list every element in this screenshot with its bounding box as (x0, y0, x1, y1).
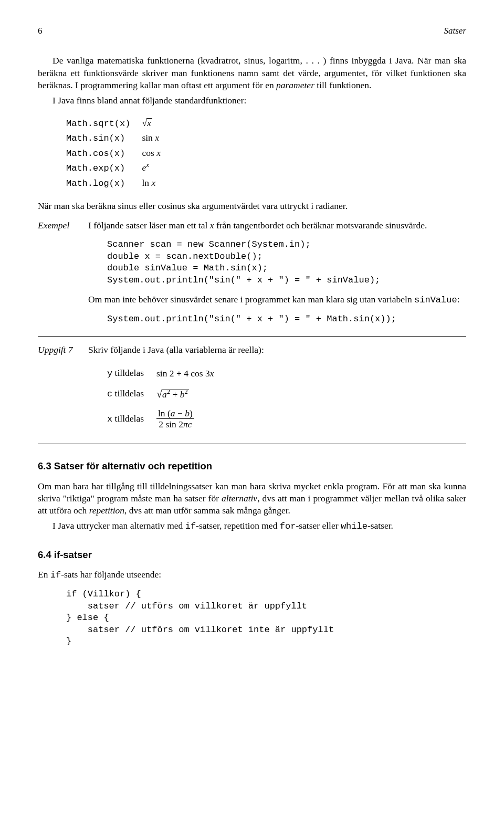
function-table: Math.sqrt(x) √x Math.sin(x) sin x Math.c… (66, 116, 172, 191)
assign-lhs: y tilldelas (107, 363, 156, 383)
func-math: ex (142, 161, 172, 175)
section-heading-6-4: 6.4 if-satser (38, 549, 466, 561)
func-code: Math.log(x) (66, 176, 142, 191)
table-row: Math.cos(x) cos x (66, 146, 172, 161)
uppgift-block: Uppgift 7 Skriv följande i Java (alla va… (38, 344, 466, 356)
uppgift-label: Uppgift 7 (38, 344, 88, 356)
example-desc: I följande satser läser man ett tal x fr… (88, 219, 466, 232)
sec63-p1: Om man bara har tillgång till tilldelnin… (38, 480, 466, 517)
func-code: Math.cos(x) (66, 146, 142, 161)
example-code-2: System.out.println("sin(" + x + ") = " +… (107, 313, 466, 325)
assignment-table: y tilldelas sin 2 + 4 cos 3x c tilldelas… (107, 363, 227, 434)
func-math: ln x (142, 176, 172, 191)
func-code: Math.exp(x) (66, 161, 142, 175)
intro-paragraph-1: De vanliga matematiska funktionerna (kva… (38, 55, 466, 91)
assign-rhs: sin 2 + 4 cos 3x (156, 363, 227, 383)
table-row: c tilldelas √a2 + b2 (107, 383, 227, 405)
table-row: Math.log(x) ln x (66, 176, 172, 191)
func-code: Math.sin(x) (66, 131, 142, 145)
table-row: Math.exp(x) ex (66, 161, 172, 175)
func-math: √x (142, 116, 172, 131)
sec64-p1: En if-sats har följande utseende: (38, 569, 466, 581)
sec63-p2: I Java uttrycker man alternativ med if-s… (38, 520, 466, 532)
example-mid: Om man inte behöver sinusvärdet senare i… (88, 293, 466, 306)
assign-lhs: c tilldelas (107, 383, 156, 405)
divider (38, 444, 466, 444)
section-heading-6-3: 6.3 Satser för alternativ och repetition (38, 460, 466, 472)
table-row: x tilldelas ln (a − b) 2 sin 2πc (107, 405, 227, 434)
func-math: sin x (142, 131, 172, 145)
table-row: Math.sin(x) sin x (66, 131, 172, 145)
divider (38, 336, 466, 337)
example-block: Exempel I följande satser läser man ett … (38, 219, 466, 232)
example-code-1: Scanner scan = new Scanner(System.in); d… (107, 239, 466, 286)
assign-lhs: x tilldelas (107, 405, 156, 434)
assign-rhs: √a2 + b2 (156, 383, 227, 405)
example-label: Exempel (38, 219, 88, 232)
page-header: 6 Satser (38, 25, 466, 37)
assign-rhs: ln (a − b) 2 sin 2πc (156, 405, 227, 434)
func-math: cos x (142, 146, 172, 161)
table-row: Math.sqrt(x) √x (66, 116, 172, 131)
func-code: Math.sqrt(x) (66, 116, 142, 131)
section-name: Satser (444, 25, 467, 37)
table-row: y tilldelas sin 2 + 4 cos 3x (107, 363, 227, 383)
page-number: 6 (38, 25, 43, 37)
intro-paragraph-2: I Java finns bland annat följande standa… (38, 94, 466, 107)
radian-note: När man ska beräkna sinus eller cosinus … (38, 200, 466, 212)
if-code-block: if (Villkor) { satser // utförs om villk… (66, 589, 466, 647)
uppgift-desc: Skriv följande i Java (alla variablerna … (88, 344, 466, 356)
